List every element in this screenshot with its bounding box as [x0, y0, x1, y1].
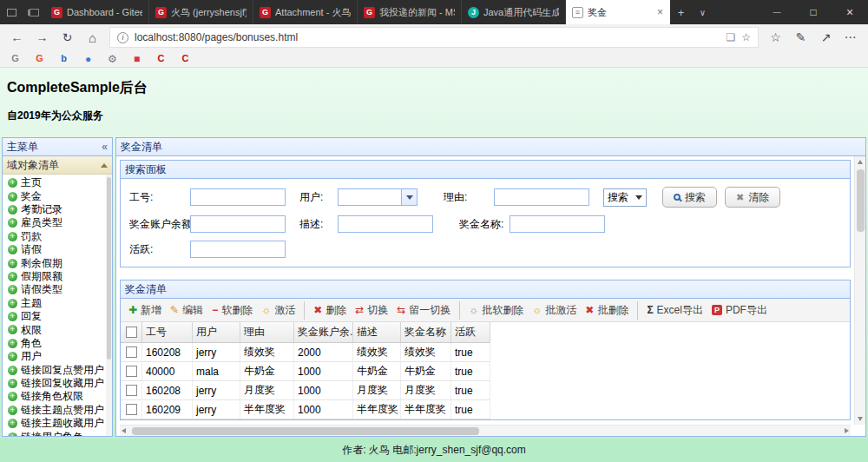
user-combobox[interactable]	[338, 188, 418, 206]
name-input[interactable]	[510, 215, 605, 233]
sidebar-scrollbar[interactable]	[106, 175, 112, 436]
close-window-button[interactable]	[832, 0, 868, 24]
horizontal-scrollbar-thumb[interactable]	[132, 427, 479, 435]
column-header[interactable]: 奖金名称	[401, 322, 451, 342]
bookmark-favicon[interactable]	[106, 52, 119, 65]
reason-input[interactable]	[494, 188, 589, 206]
column-header[interactable]: 理由	[240, 322, 294, 342]
scroll-right-icon[interactable]	[845, 428, 849, 433]
sidebar-item[interactable]: 链接主题点赞用户	[3, 404, 112, 417]
balance-input[interactable]	[190, 215, 286, 233]
vertical-scrollbar-thumb[interactable]	[857, 169, 865, 232]
tab-menu-button[interactable]	[692, 0, 713, 24]
table-row[interactable]: 160209 jerry 半年度奖 1000 半年度奖 半年度奖 true	[121, 400, 490, 419]
browser-tab[interactable]: 火鸟 (jerryshensjf) - Git	[149, 0, 253, 24]
row-checkbox-cell[interactable]	[121, 400, 142, 419]
toolbar-button[interactable]: PDF导出	[707, 301, 772, 320]
column-header[interactable]: 描述	[353, 322, 401, 342]
sidebar-item[interactable]: 链接用户角色	[3, 430, 112, 436]
select-all-checkbox[interactable]	[126, 327, 137, 338]
tab-preview-button[interactable]	[0, 0, 23, 24]
vertical-scrollbar-track[interactable]	[855, 168, 866, 413]
toolbar-button[interactable]: 切换	[351, 301, 392, 320]
minimize-button[interactable]	[759, 0, 795, 24]
bookmark-favicon[interactable]	[130, 52, 143, 65]
address-bar[interactable]: localhost:8080/pages/bonuses.html	[109, 27, 759, 48]
browser-tab[interactable]: Dashboard - Gitee	[45, 0, 149, 24]
table-row[interactable]: 160208 jerry 绩效奖 2000 绩效奖 绩效奖 true	[121, 343, 490, 362]
toolbar-button[interactable]: 批激活	[528, 301, 581, 320]
toolbar-button[interactable]: 编辑	[166, 301, 207, 320]
sidebar-item[interactable]: 回复	[3, 310, 112, 323]
search-button[interactable]: 搜索	[662, 187, 717, 208]
row-checkbox-cell[interactable]	[121, 343, 142, 361]
panel-collapse-icon[interactable]	[102, 141, 108, 153]
add-favorite-icon[interactable]	[741, 31, 751, 43]
browser-tab[interactable]: Java通用代码生成器光	[462, 0, 566, 24]
refresh-button[interactable]	[56, 26, 79, 49]
horizontal-scrollbar[interactable]	[120, 425, 851, 436]
vertical-scrollbar[interactable]	[854, 156, 865, 425]
bookmark-favicon[interactable]	[33, 52, 46, 65]
scroll-down-button[interactable]	[855, 413, 866, 425]
row-checkbox[interactable]	[126, 366, 137, 377]
toolbar-button[interactable]: 新增	[124, 301, 166, 320]
reading-view-icon[interactable]	[726, 31, 735, 43]
home-button[interactable]	[81, 26, 104, 49]
active-input[interactable]	[190, 241, 286, 258]
bookmark-favicon[interactable]	[9, 52, 22, 65]
browser-tab[interactable]: 奖金	[566, 0, 670, 24]
select-all-cell[interactable]	[121, 322, 142, 342]
desc-input[interactable]	[338, 215, 433, 233]
clear-button[interactable]: 清除	[725, 187, 780, 208]
forward-button[interactable]	[30, 26, 54, 49]
sidebar-item[interactable]: 链接角色权限	[3, 390, 112, 403]
accordion-header[interactable]: 域对象清单	[3, 156, 112, 175]
row-checkbox-cell[interactable]	[121, 381, 142, 399]
tab-close-icon[interactable]	[656, 6, 664, 18]
combobox-arrow-icon[interactable]	[401, 189, 417, 205]
column-header[interactable]: 用户	[193, 322, 240, 342]
sidebar-item[interactable]: 请假类型	[3, 283, 112, 296]
sidebar-item[interactable]: 雇员类型	[3, 216, 112, 229]
bookmark-favicon[interactable]	[155, 52, 168, 65]
toolbar-button[interactable]: 删除	[304, 301, 351, 320]
sidebar-scrollbar-thumb[interactable]	[107, 177, 111, 360]
toolbar-button[interactable]: 批软删除	[459, 301, 528, 320]
sidebar-item[interactable]: 链接回复收藏用户	[3, 377, 112, 390]
table-row[interactable]: 40000 mala 牛奶金 1000 牛奶金 牛奶金 true	[121, 362, 490, 381]
toolbar-button[interactable]: 留一切换	[392, 301, 455, 320]
toolbar-button[interactable]: 软删除	[207, 301, 257, 320]
back-button[interactable]	[5, 26, 29, 49]
bookmark-favicon[interactable]	[57, 52, 70, 65]
sidebar-item[interactable]: 用户	[3, 350, 112, 363]
sidebar-item[interactable]: 请假	[3, 243, 112, 256]
toolbar-button[interactable]: Excel导出	[637, 301, 707, 320]
accordion-collapse-icon[interactable]	[101, 163, 108, 168]
user-combobox-input[interactable]	[339, 189, 401, 205]
row-checkbox[interactable]	[126, 346, 137, 358]
settings-more-button[interactable]	[839, 26, 863, 49]
browser-tab[interactable]: Attachment - 火鸟(第三	[253, 0, 358, 24]
row-checkbox[interactable]	[126, 385, 137, 396]
toolbar-button[interactable]: 激活	[257, 301, 299, 320]
empno-input[interactable]	[190, 188, 286, 206]
new-tab-button[interactable]	[670, 0, 692, 24]
web-note-button[interactable]	[789, 26, 812, 49]
sidebar-item[interactable]: 罚款	[3, 230, 112, 243]
table-row[interactable]: 160208 jerry 月度奖 1000 月度奖 月度奖 true	[121, 381, 490, 400]
bookmark-favicon[interactable]	[82, 52, 95, 65]
sidebar-item[interactable]: 假期限额	[3, 270, 112, 283]
sidebar-item[interactable]: 主页	[3, 176, 112, 189]
sidebar-item[interactable]: 考勤记录	[3, 203, 112, 216]
column-header[interactable]: 活跃	[451, 322, 490, 342]
sidebar-item[interactable]: 主题	[3, 297, 112, 310]
bookmark-favicon[interactable]	[179, 52, 192, 65]
column-header[interactable]: 工号	[142, 322, 193, 342]
sidebar-item[interactable]: 剩余假期	[3, 256, 112, 269]
sidebar-item[interactable]: 奖金	[3, 189, 112, 202]
sidebar-item[interactable]: 权限	[3, 323, 112, 336]
column-header[interactable]: 奖金账户余...	[294, 322, 353, 342]
sidebar-item[interactable]: 链接回复点赞用户	[3, 363, 112, 376]
search-mode-select[interactable]: 搜索	[603, 188, 647, 207]
